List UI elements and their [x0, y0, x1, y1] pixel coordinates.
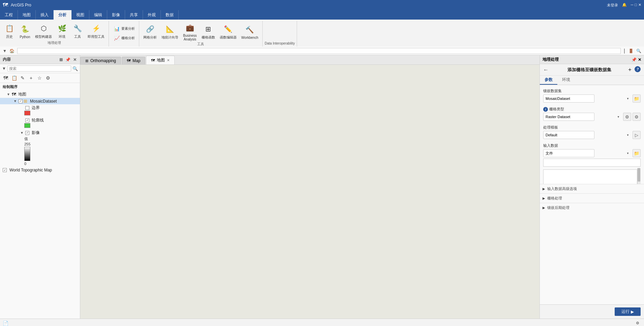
tab-share[interactable]: 共享: [125, 10, 143, 20]
btn-raster-stats-label: 栅格分析: [121, 36, 135, 40]
left-panel-pin-icon[interactable]: 📌: [65, 57, 71, 63]
input-data-list[interactable]: [543, 169, 637, 184]
right-panel-close-icon[interactable]: ✕: [638, 57, 641, 62]
close-btn[interactable]: ✕: [638, 3, 641, 8]
toolbar-edit-icon[interactable]: ✎: [19, 74, 26, 82]
param-tab-env[interactable]: 环境: [557, 76, 575, 85]
tab-ditu[interactable]: 🗺 地图 ✕: [146, 56, 175, 64]
process-template-btn[interactable]: ▷: [633, 131, 641, 139]
btn-environment[interactable]: 🌿 环境: [55, 22, 69, 40]
section-advanced-input[interactable]: ▶ 输入数据高级选项: [540, 184, 644, 193]
toolbar-map-icon[interactable]: 🗺: [2, 74, 9, 82]
btn-python[interactable]: 🐍 Python: [18, 23, 32, 39]
boundary-checkbox[interactable]: [25, 106, 29, 110]
login-status[interactable]: 未登录: [607, 3, 618, 8]
tab-appearance[interactable]: 外观: [143, 10, 161, 20]
tree-item-outline[interactable]: 轮廓线: [0, 117, 80, 124]
tab-orthomapping[interactable]: ⊞ Orthomapping: [80, 57, 121, 64]
search-button-icon[interactable]: 🔍: [72, 66, 78, 71]
maximize-btn[interactable]: □: [635, 3, 637, 8]
image-checkbox[interactable]: [25, 131, 29, 135]
status-icon-right1[interactable]: ⚙: [636, 321, 639, 325]
mosaic-dataset-input[interactable]: [543, 94, 594, 103]
toolbar-star-icon[interactable]: ☆: [36, 74, 43, 82]
tab-edit[interactable]: 编辑: [89, 10, 107, 20]
tab-project[interactable]: 工程: [0, 10, 18, 20]
legend-max: 255: [24, 142, 80, 146]
input-data-type-input[interactable]: [543, 149, 594, 157]
map-view[interactable]: [80, 65, 539, 319]
close-ditu-tab[interactable]: ✕: [167, 58, 170, 62]
mosaic-icon: ⊞: [24, 99, 29, 104]
address-home-icon: 🏠: [9, 49, 14, 53]
search-input[interactable]: [7, 65, 71, 72]
mosaic-checkbox[interactable]: [19, 99, 23, 103]
btn-workbench[interactable]: 🔨 Workbench: [239, 24, 260, 40]
tree-item-map[interactable]: ▼ 🗺 地图: [0, 91, 80, 98]
param-tab-params[interactable]: 参数: [540, 76, 557, 85]
btn-model-builder[interactable]: ⬡ 模型构建器: [33, 22, 54, 40]
section-raster-processing[interactable]: ▶ 栅格处理: [540, 193, 644, 203]
btn-quick-tools-label: 即用型工具: [88, 34, 105, 39]
btn-network-analysis[interactable]: 🔗 网格分析: [141, 23, 159, 40]
btn-raster-editor[interactable]: ✏️ 函数编辑器: [218, 23, 239, 40]
left-panel-close-icon[interactable]: ✕: [72, 57, 77, 63]
btn-feature-analysis[interactable]: 📊 要素分析: [111, 24, 137, 33]
btn-raster-stats[interactable]: 📈 栅格分析: [111, 34, 137, 43]
file-path-input[interactable]: [543, 159, 641, 167]
btn-tools[interactable]: 🔧 工具: [70, 22, 85, 40]
section-mosaic-postprocess[interactable]: ▶ 镶嵌后期处理: [540, 203, 644, 212]
btn-history[interactable]: 📋 历史: [2, 22, 17, 40]
toolbar-settings-icon[interactable]: ⚙: [44, 74, 52, 82]
raster-type-btn2[interactable]: ⚙: [633, 113, 641, 121]
tree-item-world-topo[interactable]: World Topographic Map: [0, 167, 80, 173]
tree-item-image-label: 影像: [32, 130, 40, 136]
address-portal-icon: 🚪: [628, 49, 634, 53]
right-panel-pin-icon[interactable]: 📌: [632, 57, 637, 62]
raster-type-btn1[interactable]: ⚙: [623, 113, 631, 121]
tab-imagery[interactable]: 影像: [107, 10, 125, 20]
raster-type-input[interactable]: [543, 113, 594, 121]
toolbar-add-icon[interactable]: +: [27, 74, 35, 82]
gp-back-button[interactable]: ←: [543, 67, 549, 73]
world-topo-checkbox[interactable]: [3, 168, 7, 172]
tab-analysis[interactable]: 分析: [54, 10, 71, 20]
expand-map-icon: ▼: [7, 92, 11, 96]
address-input[interactable]: [17, 48, 621, 54]
left-panel-header: 内容 ⊞ 📌 ✕: [0, 55, 80, 64]
btn-spatial-guidance[interactable]: 📐 地统计向导: [159, 23, 180, 40]
notification-icon[interactable]: 🔔: [622, 3, 627, 8]
tree-item-boundary[interactable]: 边界: [0, 104, 80, 111]
gp-help-icon[interactable]: ?: [635, 66, 641, 72]
tree-item-image[interactable]: ▼ 影像: [0, 129, 80, 136]
tab-insert[interactable]: 插入: [36, 10, 54, 20]
status-doc-icon[interactable]: 📄: [3, 321, 8, 326]
btn-raster-functions[interactable]: ⊞ 栅格函数: [200, 23, 217, 40]
btn-quick-tools[interactable]: ⚡ 即用型工具: [86, 22, 107, 40]
tab-map[interactable]: 🗺 Map: [122, 57, 145, 64]
input-list-scrollbar[interactable]: [637, 168, 641, 184]
tab-data[interactable]: 数据: [161, 10, 179, 20]
toolbar-table-icon[interactable]: 📋: [10, 74, 18, 82]
ribbon-group-analysis-buttons: 📊 要素分析 📈 栅格分析: [111, 22, 137, 45]
tab-view[interactable]: 视图: [71, 10, 89, 20]
tools-icon: 🔧: [72, 23, 83, 34]
gp-add-icon[interactable]: ＋: [627, 66, 633, 73]
right-panel-header: 地理处理 📌 ✕: [540, 55, 644, 64]
left-panel-icon1[interactable]: ⊞: [59, 57, 63, 63]
input-data-browse-btn[interactable]: 📁: [633, 149, 641, 157]
title-bar: 🗺 ArcGIS Pro 未登录 🔔 ─ □ ✕: [0, 0, 644, 10]
mosaic-dataset-browse-btn[interactable]: 📁: [633, 94, 641, 103]
expand-mosaic-icon: ▼: [13, 99, 18, 103]
param-process-template-label: 处理模板: [543, 125, 641, 130]
process-template-input[interactable]: [543, 131, 594, 139]
history-icon: 📋: [4, 23, 15, 34]
btn-feature-analysis-label: 要素分析: [121, 26, 135, 31]
environment-icon: 🌿: [57, 23, 67, 34]
run-button[interactable]: 运行 ▶: [615, 307, 641, 316]
outline-checkbox[interactable]: [25, 118, 29, 123]
tab-map[interactable]: 地图: [18, 10, 36, 20]
tree-item-mosaic[interactable]: ▼ ⊞ MosaicDataset: [0, 98, 80, 104]
minimize-btn[interactable]: ─: [631, 3, 634, 8]
btn-business-analysis[interactable]: 💼 BusinessAnalysis: [181, 22, 199, 42]
